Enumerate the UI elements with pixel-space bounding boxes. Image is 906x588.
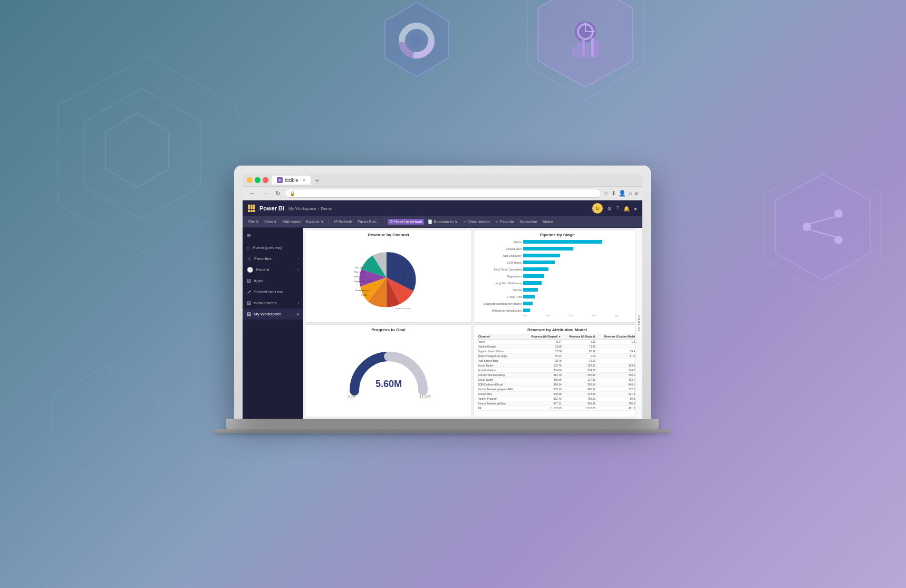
svg-marker-27 — [53, 366, 158, 484]
address-bar[interactable]: 🔒 — [285, 189, 601, 198]
svg-text:Direct: Direct — [398, 259, 403, 262]
toolbar-view[interactable]: View ∨ — [263, 219, 278, 225]
pbi-help-icon[interactable]: ? — [616, 206, 619, 211]
toolbar-share[interactable]: Share — [541, 219, 554, 225]
sidebar-item-apps[interactable]: ⊞ Apps — [243, 275, 303, 286]
sidebar-item-workspaces[interactable]: ⊞ Workspaces › — [243, 297, 303, 309]
sidebar-toggle-btn[interactable]: ≡ — [243, 229, 303, 242]
filters-panel[interactable]: FILTERS — [635, 228, 642, 419]
table-row: BDR/Outbound Email519.34392.14449.11 — [477, 382, 638, 387]
toolbar-edit[interactable]: Edit report — [281, 219, 302, 225]
nav-forward-btn[interactable]: → — [260, 189, 271, 198]
sidebar-item-myworkspace[interactable]: ⊞ My Workspace ∨ — [243, 309, 303, 320]
pie-chart-container: Direct AppExch... BDR Demo... Partner Fu… — [308, 239, 469, 316]
workspaces-label: Workspaces — [254, 301, 277, 305]
sidebar-item-home[interactable]: ⌂ Home (preview) — [243, 242, 303, 253]
table-row: Email Invitation304.89234.82274.76 — [477, 368, 638, 372]
toolbar-file[interactable]: File ∨ — [247, 219, 261, 225]
workspaces-arrow: › — [298, 301, 299, 305]
svg-marker-0 — [105, 113, 169, 187]
table-row: Paid Search Bing28.7514.93 — [477, 358, 638, 363]
svg-text:Organic 0.02: Organic 0.02 — [400, 283, 410, 285]
attribution-table-container: Channel Revenue (W-Shaped) ▼ Revenue (U-… — [477, 334, 638, 411]
svg-text:Partner Fund...: Partner Fund... — [401, 278, 413, 281]
bar-fill-edr — [523, 261, 555, 264]
bar-label-longterm: Long Term Follow-up — [477, 282, 522, 285]
workspaces-icon: ⊞ — [247, 300, 251, 306]
apps-label: Apps — [254, 278, 263, 283]
svg-line-25 — [810, 217, 835, 224]
shared-label: Shared with me — [254, 290, 283, 294]
pbi-close-icon[interactable]: ● — [634, 206, 637, 211]
close-btn[interactable] — [263, 177, 268, 183]
bar-row-nego: Negotiation — [477, 273, 638, 279]
pbi-header: Power BI My Workspace › Demo U ⚙ ? 🔔 ● — [243, 200, 642, 216]
pbi-waffle-icon[interactable] — [248, 205, 255, 212]
sidebar-item-favorites[interactable]: ☆ Favorites › — [243, 253, 303, 264]
toolbar-refresh[interactable]: ↺ Refresh — [332, 219, 354, 225]
new-tab-btn[interactable]: + — [315, 176, 319, 185]
pbi-main-content: Revenue by Channel — [303, 228, 642, 419]
minimize-btn[interactable] — [247, 177, 253, 183]
svg-text:Organic Sear... 5.44k: Organic Sear... 5.44k — [354, 281, 372, 283]
browser-chrome: B bizible × + ← → ↻ 🔒 ☆ ⬇ — [243, 174, 642, 419]
svg-text:Part X 0.87k: Part X 0.87k — [354, 276, 364, 278]
toolbar-related[interactable]: ↔ View related — [461, 219, 491, 225]
maximize-btn[interactable] — [255, 177, 261, 183]
bar-label-edr: EDR Demo — [477, 261, 522, 264]
svg-point-6 — [402, 26, 431, 55]
svg-text:AppExch...: AppExch... — [404, 268, 413, 270]
favorites-label: Favorites — [254, 256, 272, 261]
browser-tab[interactable]: B bizible × — [272, 176, 311, 185]
pbi-logo-text: Power BI — [259, 205, 284, 211]
toolbar-bookmarks[interactable]: 📑 Bookmarks ∨ — [426, 219, 459, 225]
tab-favicon: B — [277, 177, 283, 183]
svg-text:BDR Demo...: BDR Demo... — [402, 274, 413, 276]
menu-icon[interactable]: ≡ — [635, 190, 638, 197]
table-row: Social Twitter430.96127.31413.71 — [477, 377, 638, 382]
progress-title: Progress to Goal — [308, 327, 469, 332]
favorites-arrow: › — [298, 257, 299, 261]
tab-close[interactable]: × — [303, 177, 306, 183]
toolbar-subscribe[interactable]: Subscribe — [518, 219, 538, 225]
pbi-user-avatar[interactable]: U — [592, 203, 603, 214]
svg-marker-2 — [58, 56, 237, 254]
nav-refresh-btn[interactable]: ↻ — [273, 189, 283, 198]
toolbar-reset[interactable]: ⟳ Reset to default — [388, 219, 425, 225]
revenue-attribution-panel: Revenue by Attribution Model Channel Rev… — [474, 324, 641, 418]
bar-label-first: First Timer Cancelled — [477, 268, 522, 271]
account-icon[interactable]: 👤 — [619, 190, 626, 197]
shared-icon: ↗ — [247, 289, 251, 295]
sidebar-item-shared[interactable]: ↗ Shared with me — [243, 286, 303, 297]
myworkspace-label: My Workspace — [254, 312, 282, 316]
svg-point-24 — [834, 236, 843, 244]
svg-marker-8 — [538, 0, 633, 87]
sidebar-item-recent[interactable]: 🕐 Recent › — [243, 264, 303, 275]
table-row: Partner Marketing1,322.201,008.903,502.2… — [477, 410, 638, 411]
nav-back-btn[interactable]: ← — [247, 189, 258, 198]
svg-marker-3 — [385, 3, 448, 76]
svg-point-11 — [578, 24, 593, 39]
laptop-wrapper: B bizible × + ← → ↻ 🔒 ☆ ⬇ — [234, 166, 672, 433]
col-custom: Revenue (Custom Model) — [596, 334, 638, 340]
home-icon[interactable]: ⌂ — [629, 190, 632, 197]
bar-row-closed: Closed Won — [477, 246, 638, 252]
bar-row-trial: 1 Year Trial — [477, 294, 638, 300]
lock-icon: 🔒 — [290, 191, 295, 196]
toolbar-explore[interactable]: Explore ∨ — [304, 219, 325, 225]
svg-point-5 — [402, 26, 431, 55]
svg-rect-18 — [591, 38, 594, 57]
pbi-settings-icon[interactable]: ⚙ — [607, 206, 612, 211]
table-row: AppExchange/Free Apps45.240.0281.24 — [477, 353, 638, 358]
svg-point-23 — [834, 209, 843, 218]
download-icon[interactable]: ⬇ — [611, 190, 616, 197]
toolbar-favorite[interactable]: ☆ Favorite — [494, 219, 516, 225]
toolbar-divider-2 — [384, 219, 384, 225]
bar-fill-longterm — [523, 281, 542, 285]
pbi-notify-icon[interactable]: 🔔 — [623, 206, 630, 211]
pipeline-title: Pipeline by Stage — [477, 233, 638, 237]
bar-label-waiting: Waiting for Introduction — [477, 309, 522, 312]
toolbar-pin[interactable]: Pin to Pub... — [356, 219, 381, 225]
bookmark-icon[interactable]: ☆ — [603, 190, 609, 197]
toolbar-divider-1 — [329, 219, 329, 225]
